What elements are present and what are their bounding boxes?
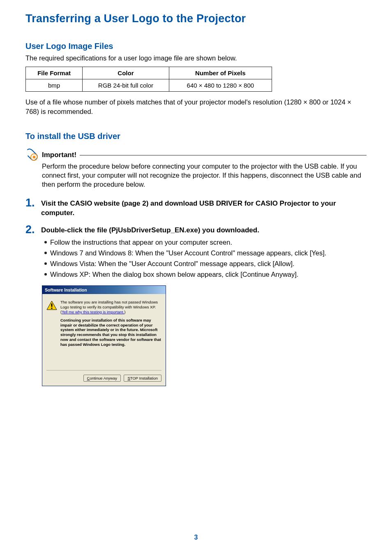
spec-table: File Format Color Number of Pixels bmp R… <box>25 67 272 92</box>
resolution-note: Use of a file whose number of pixels mat… <box>25 97 367 116</box>
section-user-logo-intro: The required specifications for a user l… <box>25 53 367 63</box>
td-file-format: bmp <box>26 79 83 92</box>
page-title: Transferring a User Logo to the Projecto… <box>25 12 367 25</box>
important-icon <box>26 148 40 162</box>
step-1-number: 1. <box>25 197 41 208</box>
step-2-bullets: Follow the instructions that appear on y… <box>41 238 367 280</box>
stop-installation-button[interactable]: STOP Installation <box>124 375 161 382</box>
section-user-logo-title: User Logo Image Files <box>25 42 367 51</box>
page-number: 3 <box>0 534 392 541</box>
dialog-body-text: The software you are installing has not … <box>60 300 161 347</box>
xp-dialog-screenshot: Software Installation The software you a… <box>42 285 166 386</box>
important-divider <box>80 155 367 155</box>
dialog-bold-text: Continuing your installation of this sof… <box>60 318 161 347</box>
list-item: Windows Vista: When the "User Account Co… <box>44 259 367 269</box>
step-2-heading: Double-click the file (PjUsbDriverSetup_… <box>41 226 367 235</box>
svg-point-1 <box>33 155 36 158</box>
dialog-line1-end: ) <box>124 310 125 314</box>
step-2: 2. Double-click the file (PjUsbDriverSet… <box>25 224 367 280</box>
td-pixels: 640 × 480 to 1280 × 800 <box>169 79 272 92</box>
th-pixels: Number of Pixels <box>169 67 272 79</box>
table-row: bmp RGB 24-bit full color 640 × 480 to 1… <box>26 79 272 92</box>
step-2-number: 2. <box>25 224 41 235</box>
important-text: Perform the procedure below before conne… <box>42 162 367 189</box>
list-item: Windows 7 and Windows 8: When the "User … <box>44 248 367 258</box>
dialog-link[interactable]: Tell me why this testing is important. <box>62 310 124 314</box>
important-label: Important! <box>42 151 80 159</box>
list-item: Windows XP: When the dialog box shown be… <box>44 270 367 280</box>
continue-anyway-button[interactable]: Continue Anyway <box>83 375 121 382</box>
step-1-heading: Visit the CASIO website (page 2) and dow… <box>41 199 367 218</box>
td-color: RGB 24-bit full color <box>83 79 169 92</box>
th-file-format: File Format <box>26 67 83 79</box>
important-callout: Important! Perform the procedure below b… <box>42 151 367 189</box>
section-usb-driver-title: To install the USB driver <box>25 132 367 141</box>
dialog-titlebar: Software Installation <box>42 286 166 294</box>
svg-rect-2 <box>51 303 53 307</box>
svg-rect-3 <box>51 308 53 309</box>
step-1: 1. Visit the CASIO website (page 2) and … <box>25 197 367 220</box>
warning-icon <box>46 301 57 310</box>
list-item: Follow the instructions that appear on y… <box>44 238 367 248</box>
th-color: Color <box>83 67 169 79</box>
